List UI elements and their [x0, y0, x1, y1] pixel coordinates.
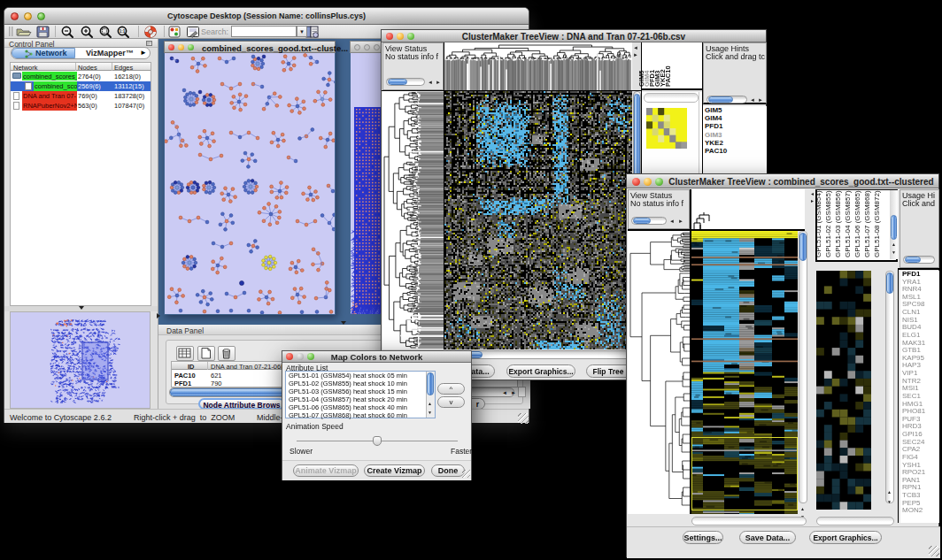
svg-text:1:1: 1:1 [120, 29, 126, 34]
